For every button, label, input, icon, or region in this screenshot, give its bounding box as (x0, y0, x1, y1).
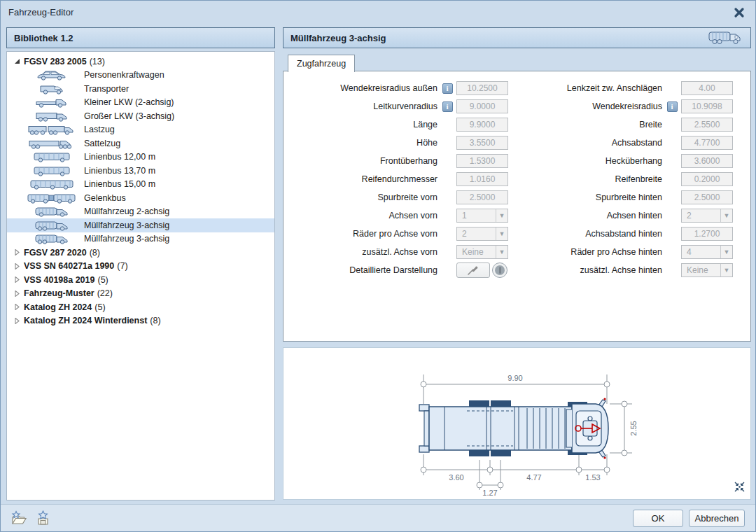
tree-item[interactable]: Transporter (7, 82, 274, 96)
tree-item-label: Personenkraftwagen (84, 70, 164, 80)
chevron-down-icon: ▼ (720, 209, 732, 222)
vehicle-form: Wendekreisradius außeni10.2500Leitkurven… (283, 71, 751, 342)
collapse-icon[interactable] (13, 58, 21, 64)
tree-item[interactable]: Großer LKW (3-achsig) (7, 109, 274, 123)
vehicle-top-view-drawing: 9.90 2.55 3.60 4.77 1.53 1.27 (284, 348, 750, 499)
field-label: Lenkzeit zw. Anschlägen (510, 83, 662, 93)
field-input[interactable]: 1.5300 (456, 154, 508, 168)
field-select[interactable]: 2▼ (456, 227, 508, 241)
garbage-truck-2-icon (25, 205, 78, 218)
tree-item-label: Kleiner LKW (2-achsig) (84, 97, 174, 107)
tree-item[interactable]: Kleiner LKW (2-achsig) (7, 96, 274, 110)
form-row: Länge9.9000 (286, 115, 508, 134)
field-label: Spurbreite hinten (510, 192, 662, 202)
fit-view-icon[interactable] (734, 482, 745, 495)
field-input[interactable]: 0.2000 (681, 172, 733, 186)
window-title: Fahrzeug-Editor (8, 7, 74, 18)
tree-group[interactable]: VSS SN 640271a 1990(7) (7, 260, 274, 274)
tree-item[interactable]: Müllfahrzeug 3-achsig (7, 218, 274, 232)
chevron-down-icon: ▼ (720, 264, 732, 276)
field-label: Achsen vorn (286, 211, 438, 220)
form-row: Leitkurvenradiusi9.0000 (286, 97, 508, 115)
field-input[interactable]: 9.0000 (456, 99, 508, 113)
tree-item[interactable]: Personenkraftwagen (7, 69, 274, 83)
form-row: Frontüberhang1.5300 (286, 152, 508, 170)
field-label: Spurbreite vorn (286, 192, 438, 202)
tree-item[interactable]: Linienbus 12,00 m (7, 150, 274, 164)
tree-item[interactable]: Lastzug (7, 123, 274, 137)
expand-icon[interactable] (13, 304, 21, 310)
field-select[interactable]: Keine▼ (681, 263, 733, 277)
chevron-down-icon: ▼ (720, 246, 732, 258)
expand-icon[interactable] (13, 276, 21, 283)
field-input[interactable]: 9.9000 (456, 118, 508, 132)
tree-item[interactable]: Müllfahrzeug 2-achsig (7, 205, 274, 219)
field-select[interactable]: Keine▼ (456, 245, 508, 259)
field-input[interactable]: 2.5000 (681, 190, 733, 204)
truck-small-icon (25, 96, 78, 108)
tree-group[interactable]: Katalog ZH 2024(5) (7, 300, 274, 314)
pick-style-button[interactable] (456, 262, 490, 278)
expand-icon[interactable] (13, 318, 21, 324)
field-input[interactable]: 4.00 (681, 81, 733, 95)
form-row: Lenkzeit zw. Anschlägen4.00 (510, 79, 733, 97)
field-input[interactable]: 1.0160 (456, 172, 508, 186)
field-label: Räder pro Achse vorn (286, 229, 438, 239)
tab-zugfahrzeug[interactable]: Zugfahrzeug (288, 55, 355, 72)
expand-icon[interactable] (13, 249, 21, 255)
tree-group[interactable]: Fahrzeug-Muster(22) (7, 287, 274, 301)
detail-state-button[interactable] (492, 262, 507, 278)
ok-button[interactable]: OK (633, 510, 683, 527)
field-label: Reifenbreite (510, 174, 662, 184)
chevron-down-icon: ▼ (496, 209, 507, 222)
close-icon[interactable] (733, 6, 746, 19)
tree-item[interactable]: Gelenkbus (7, 191, 274, 205)
field-select[interactable]: 2▼ (681, 209, 733, 223)
articulated-bus-icon (25, 192, 78, 204)
car-icon (25, 69, 78, 81)
form-row: Reifendurchmesser1.0160 (286, 170, 508, 188)
tree-item[interactable]: Linienbus 13,70 m (7, 164, 274, 178)
expand-icon[interactable] (13, 263, 21, 270)
info-icon[interactable]: i (667, 102, 678, 112)
vehicle-title: Müllfahrzeug 3-achsig (290, 33, 386, 43)
field-input[interactable]: 2.5500 (681, 118, 733, 132)
tree-item[interactable]: Sattelzug (7, 136, 274, 150)
expand-icon[interactable] (13, 290, 21, 297)
library-panel-header: Bibliothek 1.2 (6, 27, 275, 48)
form-row: Achsabstand hinten1.2700 (510, 225, 733, 243)
tree-item-label: Linienbus 12,00 m (84, 152, 155, 162)
field-input[interactable]: 2.5000 (456, 190, 508, 204)
cancel-button[interactable]: Abbrechen (689, 510, 745, 527)
tree-group[interactable]: FGSV 283 2005(13) (7, 55, 274, 69)
form-row: Spurbreite hinten2.5000 (510, 188, 733, 206)
tree-group[interactable]: Katalog ZH 2024 Winterdienst(8) (7, 314, 274, 328)
group-count: (5) (97, 275, 108, 285)
field-select[interactable]: 1▼ (456, 209, 508, 223)
group-count: (22) (97, 288, 113, 298)
field-input[interactable]: 4.7700 (681, 136, 733, 150)
tree-group[interactable]: FGSV 287 2020(8) (7, 246, 274, 260)
field-label: Achsabstand hinten (510, 229, 662, 239)
form-row: Achsen hinten2▼ (510, 206, 733, 225)
open-favorites-icon[interactable] (10, 510, 27, 526)
tree-group[interactable]: VSS 40198a 2019(5) (7, 273, 274, 287)
info-icon[interactable]: i (442, 83, 453, 94)
truck-trailer-icon (25, 123, 78, 136)
tree-item-label: Gelenkbus (84, 193, 126, 203)
group-label: Fahrzeug-Muster (24, 288, 94, 298)
library-title: Bibliothek 1.2 (14, 33, 74, 43)
field-input[interactable]: 10.9098 (681, 99, 733, 113)
field-input[interactable]: 3.6000 (681, 154, 733, 168)
save-favorites-icon[interactable] (34, 510, 51, 526)
field-input[interactable]: 10.2500 (456, 81, 508, 95)
field-label: Achsabstand (510, 138, 662, 148)
field-input[interactable]: 3.5500 (456, 136, 508, 150)
tree-item[interactable]: Müllfahrzeug 3-achsig (7, 232, 274, 246)
field-select[interactable]: 4▼ (681, 245, 733, 259)
tree-item[interactable]: Linienbus 15,00 m (7, 178, 274, 192)
field-label: Reifendurchmesser (286, 174, 438, 184)
field-input[interactable]: 1.2700 (681, 227, 733, 241)
eyedropper-icon (467, 265, 479, 276)
info-icon[interactable]: i (442, 102, 453, 112)
